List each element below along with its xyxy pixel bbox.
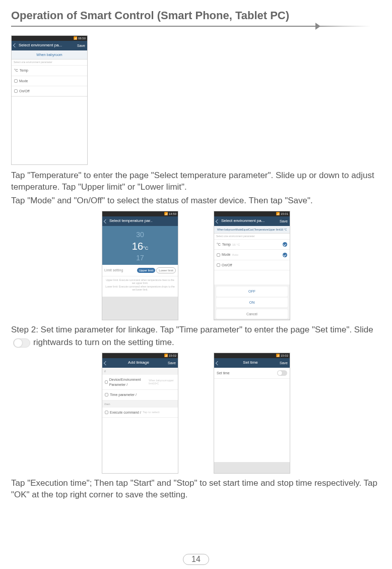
back-icon[interactable] [216, 361, 220, 365]
sheet-on-button[interactable]: ON [216, 298, 288, 307]
save-button[interactable]: Save [280, 219, 288, 223]
paragraph: Tap "Temperature" to enter the page "Sel… [11, 170, 381, 193]
list-item[interactable]: Time parameter / [102, 390, 178, 400]
check-icon [283, 242, 287, 247]
target-icon [105, 411, 108, 414]
screenshot-temperature-selector: 📶14:50 Select temperature par.. 30 16°C … [102, 211, 178, 320]
back-icon[interactable] [216, 219, 220, 223]
page-title: Operation of Smart Control (Smart Phone,… [11, 9, 381, 22]
set-time-toggle[interactable] [277, 370, 287, 376]
sheet-off-button[interactable]: OFF [216, 287, 288, 296]
paragraph: Tap "Mode" and "On/Off" to select the st… [11, 195, 381, 207]
check-icon [283, 253, 287, 257]
page-header: Operation of Smart Control (Smart Phone,… [0, 0, 392, 30]
action-sheet: OFF ON Cancel [214, 284, 290, 319]
toggle-icon [13, 338, 30, 348]
power-icon [14, 89, 18, 93]
save-button[interactable]: Save [280, 361, 288, 365]
page-number: 14 [183, 554, 209, 565]
header-underline [11, 24, 381, 28]
clock-icon [105, 393, 108, 396]
mode-icon [14, 79, 18, 83]
upper-limit-button[interactable]: Upper limit [137, 268, 156, 273]
list-item[interactable]: On/Off [12, 86, 87, 96]
list-item[interactable]: Execute command / Tap to select [102, 408, 178, 418]
globe-icon [105, 380, 108, 384]
list-item[interactable]: Device/Environment Parameter / When baby… [102, 375, 178, 390]
limit-description: Upper limit: Execute command when temper… [102, 276, 178, 297]
save-button[interactable]: Save [168, 361, 176, 365]
list-item[interactable]: ModeAuto [214, 250, 290, 260]
paragraph: Tap "Execution time"; Then tap "Start" a… [11, 478, 381, 501]
lower-limit-button[interactable]: Lower limit [156, 267, 176, 273]
paragraph-step2: Step 2: Set time parameter for linkage. … [11, 324, 381, 349]
list-item[interactable]: °CTemp16 °C [214, 240, 290, 250]
list-item[interactable]: On/Off [214, 260, 290, 270]
list-item[interactable]: °CTemp [12, 66, 87, 76]
temperature-picker[interactable]: 30 16°C 17 [102, 226, 178, 265]
power-icon [217, 263, 220, 267]
mode-icon [217, 253, 220, 257]
back-icon[interactable] [104, 219, 108, 223]
page-number-wrap: 14 [0, 554, 392, 565]
set-time-row[interactable]: Set time [214, 368, 290, 379]
screenshot-environment-sheet: 📶15:01 Select environment pa... Save Whe… [214, 211, 290, 320]
screenshot-add-linkage: 📶15:02 Add linkage Save if Device/Enviro… [102, 353, 178, 474]
screenshot-select-environment: 📶08:50 Select environment pa... Save Whe… [11, 35, 88, 165]
screenshot-set-time: 📶15:02 Set time Save Set time [214, 353, 290, 474]
list-item[interactable]: Mode [12, 76, 87, 86]
back-icon[interactable] [104, 361, 108, 365]
save-button[interactable]: Save [77, 43, 85, 48]
sheet-cancel-button[interactable]: Cancel [216, 309, 288, 319]
back-icon[interactable] [13, 43, 17, 47]
